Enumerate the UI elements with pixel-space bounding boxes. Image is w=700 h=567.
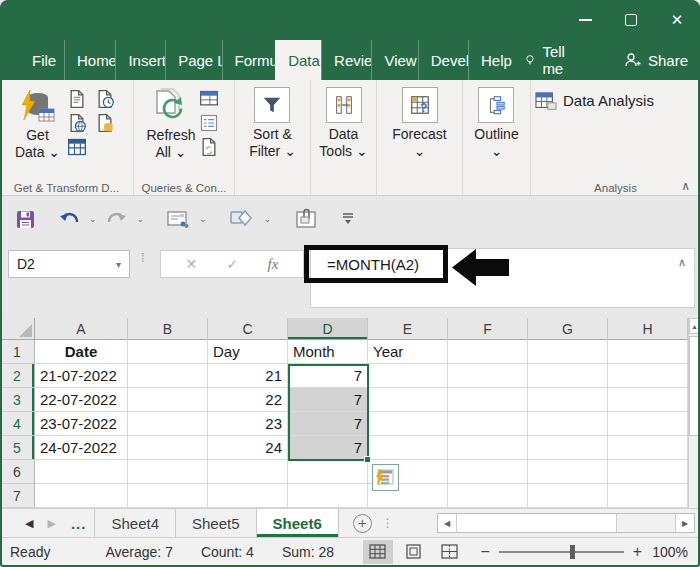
column-header-g[interactable]: G bbox=[528, 318, 608, 340]
cell-b7[interactable] bbox=[128, 484, 208, 508]
cell-c4[interactable]: 23 bbox=[208, 412, 288, 436]
cell-a4[interactable]: 23-07-2022 bbox=[35, 412, 128, 436]
redo-dropdown-caret[interactable]: ⌄ bbox=[134, 214, 148, 224]
cell-f7[interactable] bbox=[448, 484, 528, 508]
cell-b4[interactable] bbox=[128, 412, 208, 436]
cell-f6[interactable] bbox=[448, 460, 528, 484]
cell-g6[interactable] bbox=[528, 460, 608, 484]
cell-c1[interactable]: Day bbox=[208, 340, 288, 364]
new-sheet-button[interactable]: + bbox=[353, 509, 372, 537]
cell-g3[interactable] bbox=[528, 388, 608, 412]
cell-b1[interactable] bbox=[128, 340, 208, 364]
column-header-b[interactable]: B bbox=[128, 318, 208, 340]
close-button[interactable]: ✕ bbox=[654, 0, 700, 40]
horizontal-scrollbar-track[interactable] bbox=[617, 514, 675, 532]
zoom-out-button[interactable]: − bbox=[481, 543, 490, 561]
redo-button[interactable] bbox=[103, 204, 131, 234]
vertical-scrollbar-thumb[interactable] bbox=[689, 336, 700, 436]
column-header-a[interactable]: A bbox=[35, 318, 128, 340]
column-header-c[interactable]: C bbox=[208, 318, 288, 340]
tab-formulas[interactable]: Formu bbox=[222, 40, 276, 80]
horizontal-scrollbar-thumb[interactable] bbox=[457, 514, 617, 532]
cell-b2[interactable] bbox=[128, 364, 208, 388]
from-text-file-icon[interactable] bbox=[66, 88, 88, 110]
from-table-icon[interactable] bbox=[66, 136, 88, 158]
undo-button[interactable] bbox=[55, 204, 83, 234]
normal-view-button[interactable] bbox=[363, 540, 393, 564]
cell-a2[interactable]: 21-07-2022 bbox=[35, 364, 128, 388]
scroll-up-icon[interactable]: ▲ bbox=[689, 318, 700, 334]
formula-bar[interactable]: =MONTH(A2) ∧ bbox=[310, 248, 695, 308]
more-sheets-button[interactable]: ... bbox=[63, 509, 95, 537]
cell-f2[interactable] bbox=[448, 364, 528, 388]
cell-e5[interactable] bbox=[368, 436, 448, 460]
shapes-button[interactable] bbox=[226, 204, 258, 234]
cell-g2[interactable] bbox=[528, 364, 608, 388]
row-header-7[interactable]: 7 bbox=[0, 484, 35, 508]
minimize-button[interactable] bbox=[562, 0, 608, 40]
cell-a7[interactable] bbox=[35, 484, 128, 508]
undo-dropdown-caret[interactable]: ⌄ bbox=[86, 214, 100, 224]
collapse-ribbon-icon[interactable]: ∧ bbox=[681, 179, 690, 193]
page-layout-view-button[interactable] bbox=[399, 540, 429, 564]
recent-sources-icon[interactable] bbox=[94, 88, 116, 110]
column-header-d[interactable]: D bbox=[288, 318, 368, 340]
row-header-1[interactable]: 1 bbox=[0, 340, 35, 364]
queries-connections-icon[interactable] bbox=[198, 88, 220, 110]
refresh-all-button[interactable]: Refresh All ⌄ bbox=[146, 84, 195, 179]
cell-a6[interactable] bbox=[35, 460, 128, 484]
share-button[interactable]: Share bbox=[612, 40, 700, 80]
cell-c6[interactable] bbox=[208, 460, 288, 484]
cell-f3[interactable] bbox=[448, 388, 528, 412]
cell-d5[interactable]: 7 bbox=[288, 436, 368, 460]
zoom-level[interactable]: 100% bbox=[652, 544, 688, 560]
cell-h1[interactable] bbox=[608, 340, 688, 364]
cell-d2[interactable]: 7 bbox=[288, 364, 368, 388]
column-header-h[interactable]: H bbox=[608, 318, 688, 340]
insert-function-icon[interactable]: fx bbox=[268, 256, 279, 273]
name-box[interactable]: D2 ▾ bbox=[8, 250, 130, 278]
tab-page-layout[interactable]: Page L bbox=[165, 40, 221, 80]
cell-h6[interactable] bbox=[608, 460, 688, 484]
cancel-icon[interactable]: ✕ bbox=[186, 256, 198, 272]
cell-b6[interactable] bbox=[128, 460, 208, 484]
row-header-2[interactable]: 2 bbox=[0, 364, 35, 388]
properties-icon[interactable] bbox=[198, 112, 220, 134]
get-data-button[interactable]: Get Data ⌄ bbox=[15, 84, 60, 179]
quick-analysis-button[interactable] bbox=[372, 464, 399, 491]
customize-qat-button[interactable] bbox=[338, 204, 358, 234]
sheet-tab-sheet5[interactable]: Sheet5 bbox=[175, 509, 256, 537]
attach-button[interactable] bbox=[290, 204, 322, 234]
cell-g1[interactable] bbox=[528, 340, 608, 364]
outline-button[interactable]: Outline ⌄ bbox=[474, 84, 518, 179]
cell-d1[interactable]: Month bbox=[288, 340, 368, 364]
cell-f1[interactable] bbox=[448, 340, 528, 364]
cell-c2[interactable]: 21 bbox=[208, 364, 288, 388]
zoom-in-button[interactable]: + bbox=[633, 543, 642, 561]
tab-review[interactable]: Revie bbox=[321, 40, 371, 80]
tab-insert[interactable]: Insert bbox=[115, 40, 165, 80]
cell-h2[interactable] bbox=[608, 364, 688, 388]
cell-a1[interactable]: Date bbox=[35, 340, 128, 364]
cell-h4[interactable] bbox=[608, 412, 688, 436]
cell-f5[interactable] bbox=[448, 436, 528, 460]
sheet-tab-sheet4[interactable]: Sheet4 bbox=[94, 509, 175, 537]
column-header-f[interactable]: F bbox=[448, 318, 528, 340]
row-header-5[interactable]: 5 bbox=[0, 436, 35, 460]
cell-g4[interactable] bbox=[528, 412, 608, 436]
cell-d3[interactable]: 7 bbox=[288, 388, 368, 412]
shapes-dropdown-caret[interactable]: ⌄ bbox=[261, 214, 275, 224]
tab-data[interactable]: Data bbox=[275, 40, 321, 80]
tab-view[interactable]: View bbox=[371, 40, 417, 80]
tab-file[interactable]: File bbox=[16, 40, 64, 80]
data-tools-button[interactable]: Data Tools ⌄ bbox=[319, 84, 367, 179]
enter-icon[interactable]: ✓ bbox=[227, 256, 239, 272]
cell-d6[interactable] bbox=[288, 460, 368, 484]
from-web-icon[interactable] bbox=[66, 112, 88, 134]
zoom-slider-handle[interactable] bbox=[570, 545, 575, 559]
cell-d4[interactable]: 7 bbox=[288, 412, 368, 436]
existing-connections-icon[interactable] bbox=[94, 112, 116, 134]
cell-d7[interactable] bbox=[288, 484, 368, 508]
horizontal-scrollbar[interactable]: ◀ ▶ bbox=[437, 513, 695, 533]
cell-e3[interactable] bbox=[368, 388, 448, 412]
